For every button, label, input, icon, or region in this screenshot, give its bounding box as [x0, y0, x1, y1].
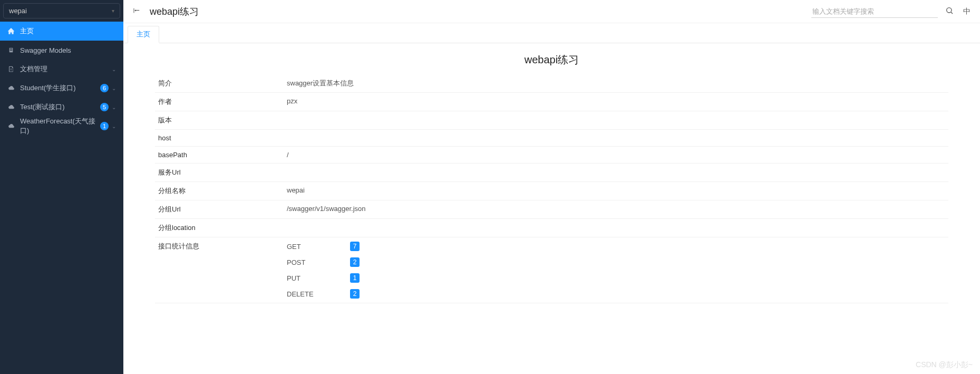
chevron-down-icon: ⌄: [112, 85, 116, 91]
chevron-down-icon: ▾: [112, 8, 114, 14]
chevron-down-icon: ⌄: [112, 104, 116, 110]
http-method: PUT: [287, 274, 350, 282]
method-count-badge: 2: [350, 289, 360, 299]
info-label: 接口统计信息: [155, 242, 287, 299]
content: webapi练习 简介swagger设置基本信息作者pzx版本hostbaseP…: [123, 43, 980, 374]
sidebar: wepai ▾ 主页Swagger Models文档管理⌄Student(学生接…: [0, 0, 123, 374]
api-stats: GET7POST2PUT1DELETE2: [287, 242, 948, 299]
stat-row: PUT1: [287, 273, 948, 283]
svg-point-0: [947, 7, 952, 12]
http-method: DELETE: [287, 290, 350, 298]
info-label: 分组名称: [155, 186, 287, 196]
info-row: 简介swagger设置基本信息: [155, 74, 948, 93]
sidebar-item-5[interactable]: WeatherForecast(天气接口)1⌄: [0, 117, 123, 136]
info-label: basePath: [155, 151, 287, 159]
sidebar-item-label: Student(学生接口): [20, 83, 100, 93]
sidebar-item-label: 主页: [20, 26, 116, 36]
search-input[interactable]: [811, 5, 938, 18]
info-label: 版本: [155, 116, 287, 125]
info-table: 简介swagger设置基本信息作者pzx版本hostbasePath/服务Url…: [155, 74, 948, 303]
sidebar-item-label: Swagger Models: [20, 46, 116, 54]
info-label: 分组location: [155, 223, 287, 233]
app-root: wepai ▾ 主页Swagger Models文档管理⌄Student(学生接…: [0, 0, 980, 374]
page-title: webapi练习: [155, 53, 948, 67]
stat-row: POST2: [287, 257, 948, 267]
info-value: [287, 134, 948, 142]
models-icon: [7, 46, 15, 54]
info-row: 分组名称wepai: [155, 182, 948, 200]
info-row: 服务Url: [155, 164, 948, 182]
cloud-icon: [7, 122, 15, 130]
info-row: 版本: [155, 111, 948, 130]
info-label: 服务Url: [155, 168, 287, 177]
search-icon[interactable]: [945, 6, 954, 17]
doc-icon: [7, 65, 15, 73]
info-value: [287, 223, 948, 233]
info-value: [287, 168, 948, 177]
sidebar-item-4[interactable]: Test(测试接口)5⌄: [0, 98, 123, 117]
sidebar-item-label: 文档管理: [20, 64, 112, 74]
info-row: 分组location: [155, 219, 948, 237]
info-label: 简介: [155, 79, 287, 88]
info-label: 分组Url: [155, 205, 287, 214]
sidebar-item-0[interactable]: 主页: [0, 22, 123, 41]
method-count-badge: 7: [350, 242, 360, 251]
info-value: pzx: [287, 97, 948, 107]
sidebar-item-2[interactable]: 文档管理⌄: [0, 60, 123, 79]
svg-line-1: [951, 12, 953, 14]
group-select-value: wepai: [9, 7, 27, 15]
info-value: [287, 116, 948, 125]
tabs: 主页: [123, 23, 980, 43]
info-value: wepai: [287, 186, 948, 196]
language-toggle[interactable]: 中: [963, 7, 971, 16]
chevron-down-icon: ⌄: [112, 66, 116, 72]
stat-row: GET7: [287, 242, 948, 251]
info-row: host: [155, 130, 948, 147]
info-label: 作者: [155, 97, 287, 107]
info-label: host: [155, 134, 287, 142]
stat-row: DELETE2: [287, 289, 948, 299]
info-row: 作者pzx: [155, 93, 948, 111]
count-badge: 6: [100, 84, 109, 92]
group-select[interactable]: wepai ▾: [3, 3, 120, 18]
app-title: webapi练习: [150, 5, 811, 18]
info-row: 分组Url/swagger/v1/swagger.json: [155, 200, 948, 219]
sidebar-item-3[interactable]: Student(学生接口)6⌄: [0, 79, 123, 98]
http-method: POST: [287, 258, 350, 266]
sidebar-item-label: Test(测试接口): [20, 102, 100, 112]
chevron-down-icon: ⌄: [112, 123, 116, 129]
info-row-stats: 接口统计信息GET7POST2PUT1DELETE2: [155, 237, 948, 303]
method-count-badge: 2: [350, 257, 360, 267]
info-value: /swagger/v1/swagger.json: [287, 205, 948, 214]
header: webapi练习 中: [123, 0, 980, 23]
sidebar-item-label: WeatherForecast(天气接口): [20, 117, 100, 136]
tab-label: 主页: [137, 30, 150, 39]
info-value: /: [287, 151, 948, 159]
sidebar-item-1[interactable]: Swagger Models: [0, 41, 123, 60]
info-value: swagger设置基本信息: [287, 79, 948, 88]
info-row: basePath/: [155, 147, 948, 164]
count-badge: 1: [100, 122, 109, 130]
count-badge: 5: [100, 103, 109, 111]
sidebar-menu: 主页Swagger Models文档管理⌄Student(学生接口)6⌄Test…: [0, 22, 123, 136]
method-count-badge: 1: [350, 273, 360, 283]
collapse-toggle-icon[interactable]: [133, 7, 140, 16]
cloud-icon: [7, 103, 15, 111]
http-method: GET: [287, 243, 350, 251]
cloud-icon: [7, 84, 15, 92]
tab-0[interactable]: 主页: [128, 26, 159, 43]
home-icon: [7, 27, 15, 35]
main: webapi练习 中 主页 webapi练习 简介swagger设置基本信息作者…: [123, 0, 980, 374]
